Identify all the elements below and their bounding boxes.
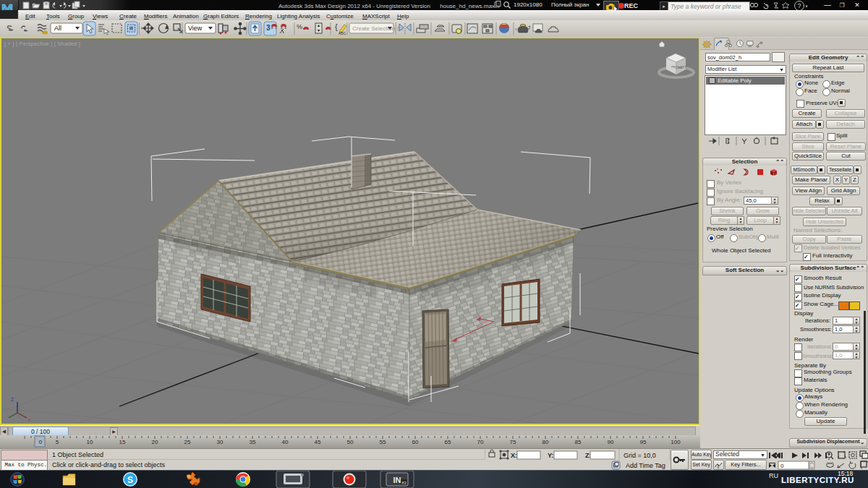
svg-text:All: All xyxy=(54,25,61,32)
svg-text:20: 20 xyxy=(152,439,158,445)
svg-text:5: 5 xyxy=(56,439,59,445)
svg-text:95: 95 xyxy=(640,439,647,445)
svg-text:15: 15 xyxy=(119,439,126,445)
svg-text:90: 90 xyxy=(608,439,614,445)
svg-text:0: 0 xyxy=(780,463,784,469)
svg-text:X:: X: xyxy=(511,452,517,459)
svg-text:65: 65 xyxy=(445,439,451,445)
svg-text:S: S xyxy=(127,475,133,485)
svg-text:40: 40 xyxy=(282,439,289,445)
svg-text:View: View xyxy=(188,25,203,32)
svg-text:0: 0 xyxy=(39,439,43,445)
svg-text:Add Time Tag: Add Time Tag xyxy=(626,462,665,469)
svg-text:%: % xyxy=(297,23,302,30)
svg-text:80: 80 xyxy=(542,439,549,445)
svg-text:Create Selection Se: Create Selection Se xyxy=(352,25,404,32)
svg-text:30: 30 xyxy=(217,439,224,445)
svg-text:70: 70 xyxy=(477,439,484,445)
svg-text:LEFT: LEFT xyxy=(678,65,687,69)
svg-text:ABC: ABC xyxy=(339,31,346,35)
svg-text:Grid = 10,0: Grid = 10,0 xyxy=(624,452,656,459)
svg-text:55: 55 xyxy=(380,439,386,445)
svg-text:45: 45 xyxy=(315,439,321,445)
svg-text:85: 85 xyxy=(575,439,582,445)
svg-text:Z: Z xyxy=(11,397,14,402)
svg-text:IN: IN xyxy=(393,476,401,484)
svg-text:10: 10 xyxy=(87,439,93,445)
svg-text:75: 75 xyxy=(510,439,516,445)
svg-text:50: 50 xyxy=(347,439,354,445)
svg-text:Y:: Y: xyxy=(548,452,553,459)
svg-text:3: 3 xyxy=(266,24,271,32)
svg-text:x: x xyxy=(28,417,31,422)
svg-text:60: 60 xyxy=(412,439,419,445)
svg-text:100: 100 xyxy=(671,439,681,445)
svg-text:35: 35 xyxy=(250,439,256,445)
svg-text:25: 25 xyxy=(184,439,191,445)
svg-text:83: 83 xyxy=(401,481,407,485)
svg-text:{: { xyxy=(335,22,338,31)
